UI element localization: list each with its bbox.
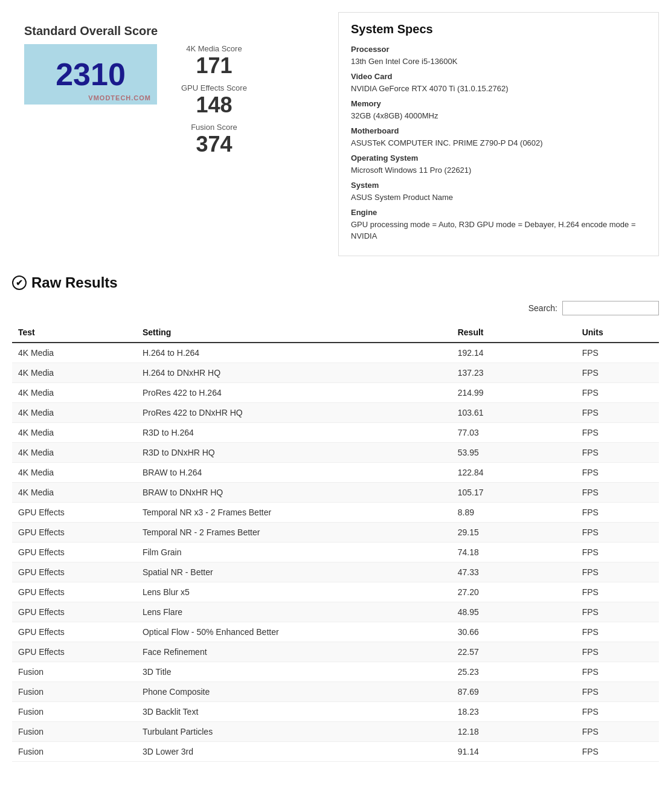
cell-test-20: Fusion (12, 741, 136, 761)
cell-test-16: Fusion (12, 662, 136, 682)
table-row: Fusion 3D Title 25.23 FPS (12, 662, 659, 682)
table-row: Fusion 3D Lower 3rd 91.14 FPS (12, 741, 659, 761)
cell-setting-5: R3D to DNxHR HQ (136, 442, 452, 462)
table-row: GPU Effects Spatial NR - Better 47.33 FP… (12, 562, 659, 582)
spec-value-2: 32GB (4x8GB) 4000MHz (351, 110, 646, 122)
cell-test-2: 4K Media (12, 382, 136, 402)
raw-results-header: ✔ Raw Results (12, 274, 659, 291)
table-row: GPU Effects Temporal NR x3 - 2 Frames Be… (12, 502, 659, 522)
cell-test-19: Fusion (12, 721, 136, 741)
spec-row-0: Processor 13th Gen Intel Core i5-13600K (351, 44, 646, 67)
spec-label-1: Video Card (351, 71, 646, 83)
table-header: Test Setting Result Units (12, 323, 659, 343)
table-row: GPU Effects Face Refinement 22.57 FPS (12, 642, 659, 662)
results-tbody: 4K Media H.264 to H.264 192.14 FPS 4K Me… (12, 343, 659, 762)
cell-units-3: FPS (576, 402, 659, 422)
table-row: 4K Media ProRes 422 to H.264 214.99 FPS (12, 382, 659, 402)
spec-value-1: NVIDIA GeForce RTX 4070 Ti (31.0.15.2762… (351, 83, 646, 95)
cell-test-12: GPU Effects (12, 582, 136, 602)
cell-units-9: FPS (576, 522, 659, 542)
specs-panel: System Specs Processor 13th Gen Intel Co… (338, 12, 659, 256)
cell-setting-11: Spatial NR - Better (136, 562, 452, 582)
table-row: GPU Effects Film Grain 74.18 FPS (12, 542, 659, 562)
cell-units-12: FPS (576, 582, 659, 602)
col-header-setting: Setting (136, 323, 452, 343)
cell-units-20: FPS (576, 741, 659, 761)
table-row: 4K Media H.264 to H.264 192.14 FPS (12, 343, 659, 363)
cell-units-10: FPS (576, 542, 659, 562)
cell-units-13: FPS (576, 602, 659, 622)
cell-units-2: FPS (576, 382, 659, 402)
cell-setting-10: Film Grain (136, 542, 452, 562)
cell-setting-14: Optical Flow - 50% Enhanced Better (136, 622, 452, 642)
cell-setting-15: Face Refinement (136, 642, 452, 662)
cell-result-10: 74.18 (452, 542, 576, 562)
table-row: 4K Media R3D to DNxHR HQ 53.95 FPS (12, 442, 659, 462)
search-input[interactable] (562, 301, 659, 315)
spec-label-0: Processor (351, 44, 646, 56)
cell-test-5: 4K Media (12, 442, 136, 462)
spec-value-0: 13th Gen Intel Core i5-13600K (351, 56, 646, 68)
table-row: GPU Effects Optical Flow - 50% Enhanced … (12, 622, 659, 642)
cell-units-16: FPS (576, 662, 659, 682)
cell-result-5: 53.95 (452, 442, 576, 462)
cell-units-11: FPS (576, 562, 659, 582)
cell-test-13: GPU Effects (12, 602, 136, 622)
cell-setting-18: 3D Backlit Text (136, 701, 452, 721)
table-row: 4K Media BRAW to H.264 122.84 FPS (12, 462, 659, 482)
cell-units-7: FPS (576, 482, 659, 502)
cell-setting-13: Lens Flare (136, 602, 452, 622)
cell-setting-17: Phone Composite (136, 682, 452, 701)
cell-result-12: 27.20 (452, 582, 576, 602)
cell-result-17: 87.69 (452, 682, 576, 701)
spec-row-6: Engine GPU processing mode = Auto, R3D G… (351, 207, 646, 242)
col-header-test: Test (12, 323, 136, 343)
cell-result-18: 18.23 (452, 701, 576, 721)
spec-label-5: System (351, 179, 646, 192)
specs-items: Processor 13th Gen Intel Core i5-13600K … (351, 44, 646, 242)
cell-test-6: 4K Media (12, 462, 136, 482)
table-row: Fusion Turbulant Particles 12.18 FPS (12, 721, 659, 741)
cell-units-19: FPS (576, 721, 659, 741)
spec-label-2: Memory (351, 98, 646, 110)
sub-score-item-2: Fusion Score 374 (181, 123, 247, 157)
search-row: Search: (12, 301, 659, 315)
raw-results-title: Raw Results (31, 274, 118, 291)
cell-test-3: 4K Media (12, 402, 136, 422)
main-score-value: 2310 (56, 56, 126, 92)
spec-row-4: Operating System Microsoft Windows 11 Pr… (351, 152, 646, 176)
cell-units-18: FPS (576, 701, 659, 721)
spec-value-3: ASUSTeK COMPUTER INC. PRIME Z790-P D4 (0… (351, 137, 646, 149)
cell-units-15: FPS (576, 642, 659, 662)
col-header-result: Result (452, 323, 576, 343)
cell-result-13: 48.95 (452, 602, 576, 622)
watermark: VMODTECH.COM (88, 94, 151, 102)
spec-label-4: Operating System (351, 152, 646, 164)
cell-test-7: 4K Media (12, 482, 136, 502)
sub-scores: 4K Media Score 171 GPU Effects Score 148… (181, 44, 247, 157)
cell-setting-7: BRAW to DNxHR HQ (136, 482, 452, 502)
cell-units-4: FPS (576, 422, 659, 442)
sub-score-item-1: GPU Effects Score 148 (181, 83, 247, 118)
sub-score-value-0: 171 (181, 53, 247, 79)
cell-setting-19: Turbulant Particles (136, 721, 452, 741)
cell-result-6: 122.84 (452, 462, 576, 482)
collapse-icon[interactable]: ✔ (12, 276, 27, 290)
score-panel: Standard Overall Score 2310 VMODTECH.COM… (12, 12, 326, 256)
spec-value-5: ASUS System Product Name (351, 192, 646, 204)
cell-setting-2: ProRes 422 to H.264 (136, 382, 452, 402)
cell-units-0: FPS (576, 343, 659, 363)
cell-setting-8: Temporal NR x3 - 2 Frames Better (136, 502, 452, 522)
cell-result-9: 29.15 (452, 522, 576, 542)
table-header-row: Test Setting Result Units (12, 323, 659, 343)
cell-test-15: GPU Effects (12, 642, 136, 662)
cell-result-3: 103.61 (452, 402, 576, 422)
cell-units-14: FPS (576, 622, 659, 642)
col-header-units: Units (576, 323, 659, 343)
cell-result-7: 105.17 (452, 482, 576, 502)
spec-row-5: System ASUS System Product Name (351, 179, 646, 203)
cell-test-4: 4K Media (12, 422, 136, 442)
table-row: GPU Effects Temporal NR - 2 Frames Bette… (12, 522, 659, 542)
search-label: Search: (528, 303, 557, 313)
cell-setting-20: 3D Lower 3rd (136, 741, 452, 761)
